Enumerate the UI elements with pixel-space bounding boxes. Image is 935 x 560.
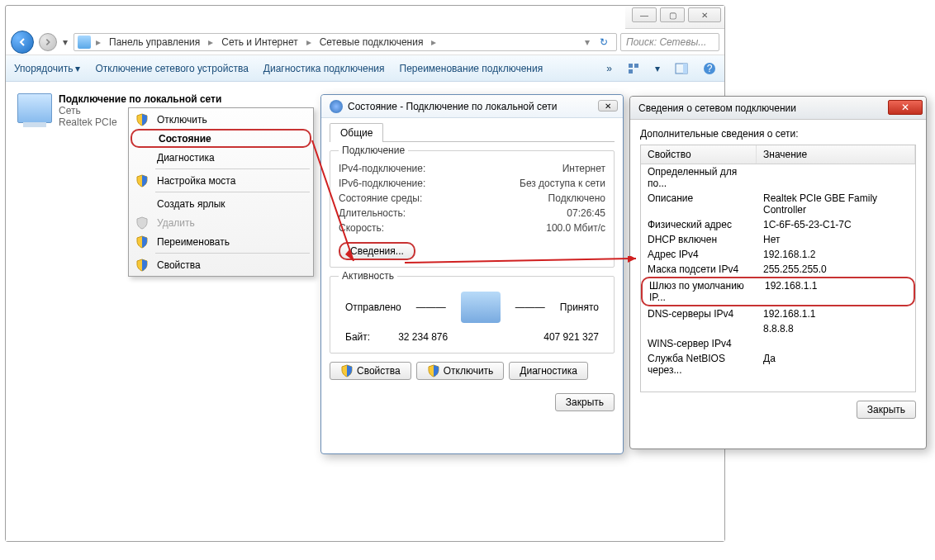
status-dialog: Состояние - Подключение по локальной сет… <box>320 94 624 454</box>
activity-monitor-icon <box>461 292 501 323</box>
svg-line-7 <box>312 140 354 261</box>
bytes-label: Байт: <box>345 331 370 343</box>
bytes-received: 407 921 327 <box>543 331 599 343</box>
bc-control-panel[interactable]: Панель управления <box>106 36 203 48</box>
connection-group: Подключение IPv4-подключение:Интернет IP… <box>330 150 615 268</box>
toolbar: Упорядочить ▾ Отключение сетевого устрой… <box>6 55 724 82</box>
details-value <box>757 337 915 350</box>
disable-button[interactable]: Отключить <box>416 362 505 380</box>
nav-forward-button[interactable] <box>39 33 57 51</box>
ctx-rename-label: Переименовать <box>157 236 230 248</box>
ctx-disable[interactable]: Отключить <box>131 110 311 129</box>
view-options-icon[interactable] <box>627 62 640 75</box>
details-property: Служба NetBIOS через... <box>641 352 757 377</box>
details-row[interactable]: Маска подсети IPv4255.255.255.0 <box>641 262 915 277</box>
shield-icon <box>135 216 149 230</box>
refresh-icon[interactable]: ↻ <box>595 36 613 48</box>
preview-pane-icon[interactable] <box>675 62 688 75</box>
details-dialog-close[interactable]: ✕ <box>888 100 923 115</box>
minimize-button[interactable]: — <box>632 7 657 22</box>
view-chevrons-icon[interactable]: » <box>606 63 612 74</box>
status-dialog-close[interactable]: ✕ <box>598 100 618 112</box>
bc-sep-icon[interactable]: ▸ <box>303 36 315 48</box>
bc-network-internet[interactable]: Сеть и Интернет <box>218 36 301 48</box>
shield-icon <box>135 113 149 126</box>
details-dialog: Сведения о сетевом подключении ✕ Дополни… <box>629 96 927 449</box>
status-action-buttons: Свойства Отключить Диагностика <box>330 362 615 385</box>
bc-dropdown-icon[interactable]: ▾ <box>581 36 593 48</box>
shield-icon <box>340 364 354 377</box>
bc-sep-icon[interactable]: ▸ <box>205 36 216 48</box>
maximize-button[interactable]: ▢ <box>660 7 685 22</box>
rename-button[interactable]: Переименование подключения <box>400 63 543 74</box>
col-value[interactable]: Значение <box>757 145 915 164</box>
details-property: Адрес IPv4 <box>641 248 757 261</box>
address-bar: ▾ ▸ Панель управления ▸ Сеть и Интернет … <box>6 29 724 55</box>
ipv6-value: Без доступа к сети <box>520 178 605 189</box>
nav-history-dropdown[interactable]: ▾ <box>60 36 70 48</box>
details-row[interactable]: Шлюз по умолчанию IP...192.168.1.1 <box>641 277 915 306</box>
ctx-properties-label: Свойства <box>157 259 201 271</box>
details-row[interactable]: Определенный для по... <box>641 164 915 191</box>
ctx-shortcut-label: Создать ярлык <box>157 198 225 210</box>
col-property[interactable]: Свойство <box>641 145 757 164</box>
details-dialog-body: Дополнительные сведения о сети: Свойство… <box>630 120 926 427</box>
details-row[interactable]: DNS-серверы IPv4192.168.1.1 <box>641 306 915 321</box>
details-row[interactable]: Адрес IPv4192.168.1.2 <box>641 247 915 262</box>
properties-button[interactable]: Свойства <box>330 362 411 380</box>
shield-icon <box>135 259 149 272</box>
view-dropdown-icon[interactable]: ▾ <box>655 63 660 74</box>
bytes-sent: 32 234 876 <box>398 331 448 343</box>
chevron-down-icon: ▾ <box>75 63 80 74</box>
close-button[interactable]: Закрыть <box>555 393 615 411</box>
disable-device-button[interactable]: Отключение сетевого устройства <box>95 63 248 74</box>
details-row[interactable]: ОписаниеRealtek PCIe GBE Family Controll… <box>641 191 915 217</box>
svg-rect-0 <box>629 64 633 68</box>
svg-rect-2 <box>629 69 633 74</box>
organize-menu[interactable]: Упорядочить ▾ <box>14 63 80 74</box>
ctx-diagnose-label: Диагностика <box>157 152 215 164</box>
ctx-disable-label: Отключить <box>157 114 207 126</box>
details-row[interactable]: DHCP включенНет <box>641 232 915 247</box>
tab-strip: Общие <box>330 123 615 142</box>
details-property: WINS-сервер IPv4 <box>641 337 757 350</box>
details-row[interactable]: Служба NetBIOS через...Да <box>641 351 915 377</box>
titlebar: — ▢ ✕ <box>625 6 724 29</box>
details-property: Физический адрес <box>641 218 757 231</box>
svg-marker-8 <box>345 249 354 261</box>
details-row[interactable]: Физический адрес1C-6F-65-23-C1-7C <box>641 217 915 232</box>
help-icon[interactable]: ? <box>703 62 716 75</box>
media-value: Подключено <box>548 192 605 204</box>
annotation-arrow <box>405 256 644 273</box>
close-button[interactable]: ✕ <box>688 7 721 22</box>
svg-rect-4 <box>683 64 687 74</box>
details-value: 255.255.255.0 <box>757 263 915 276</box>
status-dialog-title-text: Состояние - Подключение по локальной сет… <box>348 101 558 112</box>
diagnose-button[interactable]: Диагностика подключения <box>263 63 385 74</box>
ipv4-value: Интернет <box>562 163 605 174</box>
diagnose-button[interactable]: Диагностика <box>509 362 588 380</box>
bc-sep-icon[interactable]: ▸ <box>93 36 104 48</box>
details-value: 8.8.8.8 <box>757 322 915 335</box>
details-value: 192.168.1.2 <box>757 248 915 261</box>
details-row[interactable]: WINS-сервер IPv4 <box>641 336 915 351</box>
close-button[interactable]: Закрыть <box>857 401 916 419</box>
bc-sep-icon[interactable]: ▸ <box>428 36 439 48</box>
speed-value: 100.0 Мбит/с <box>546 222 605 234</box>
activity-group: Активность Отправлено ——— ——— Принято Ба… <box>330 276 615 354</box>
sent-label: Отправлено <box>345 301 401 313</box>
details-property: DHCP включен <box>641 233 757 246</box>
duration-value: 07:26:45 <box>567 207 605 219</box>
details-value <box>757 165 915 190</box>
network-adapter-icon <box>17 93 52 123</box>
breadcrumb[interactable]: ▸ Панель управления ▸ Сеть и Интернет ▸ … <box>74 33 617 51</box>
search-input[interactable]: Поиск: Сетевы... <box>620 33 719 51</box>
bc-network-connections[interactable]: Сетевые подключения <box>316 36 427 48</box>
shield-icon <box>135 235 149 249</box>
details-close-row: Закрыть <box>640 392 916 419</box>
nav-back-button[interactable] <box>11 31 34 54</box>
details-row[interactable]: 8.8.8.8 <box>641 321 915 336</box>
details-value: Realtek PCIe GBE Family Controller <box>757 192 915 216</box>
ctx-delete-label: Удалить <box>157 217 195 229</box>
details-value: 192.168.1.1 <box>758 279 914 304</box>
